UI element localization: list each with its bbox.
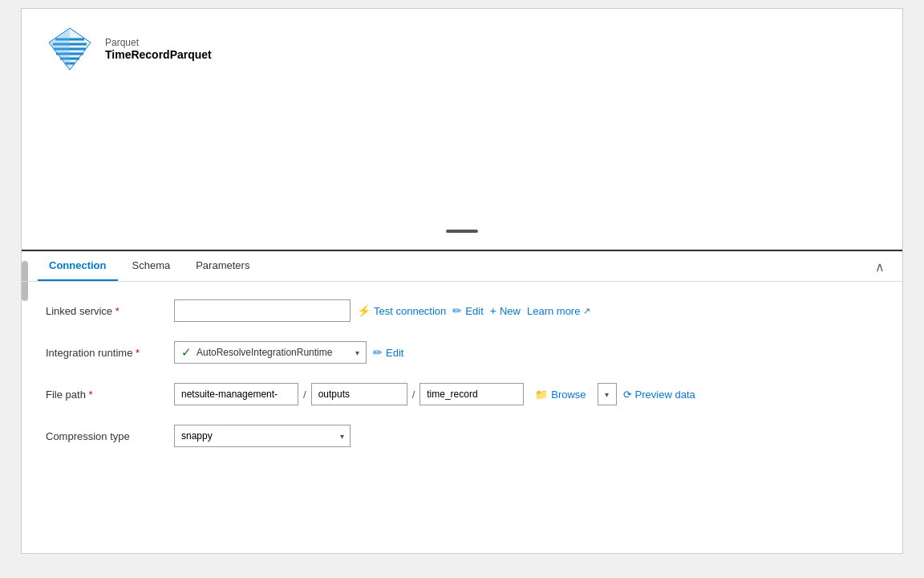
compression-type-select[interactable]: snappy none gzip bzip2 deflate ZipDeflat… [174, 425, 351, 447]
required-star-2: * [136, 347, 140, 359]
new-linked-service-link[interactable]: + New [490, 304, 521, 317]
dataset-header: Parquet TimeRecordParquet [46, 25, 878, 73]
folder-icon: 📁 [535, 389, 548, 401]
tabs-bar: Connection Schema Parameters ∧ [22, 251, 902, 282]
integration-runtime-controls: ✓ AutoResolveIntegrationRuntime ▾ ✏ Edit [174, 341, 403, 364]
dataset-title-block: Parquet TimeRecordParquet [105, 37, 212, 61]
compression-type-label: Compression type [46, 430, 174, 442]
collapse-button[interactable]: ∧ [870, 257, 890, 275]
linked-service-controls: ⚡ Test connection ✏ Edit + New Learn mor… [174, 299, 590, 322]
browse-button[interactable]: 📁 Browse [530, 383, 590, 405]
dataset-type: Parquet [105, 37, 212, 48]
compression-type-controls: snappy none gzip bzip2 deflate ZipDeflat… [174, 425, 351, 447]
compression-select-wrapper: snappy none gzip bzip2 deflate ZipDeflat… [174, 425, 351, 447]
file-path-segment2[interactable] [311, 383, 407, 405]
required-star: * [116, 305, 120, 317]
edit-runtime-link[interactable]: ✏ Edit [373, 346, 403, 359]
plus-icon: + [490, 304, 496, 317]
top-area: Parquet TimeRecordParquet [22, 9, 902, 250]
bottom-panel: Connection Schema Parameters ∧ Linked se… [22, 250, 902, 523]
file-path-segment3[interactable] [419, 383, 524, 405]
integration-runtime-dropdown[interactable]: ✓ AutoResolveIntegrationRuntime ▾ [174, 341, 367, 364]
linked-service-row: Linked service * ⚡ Test connection ✏ Edi… [46, 298, 878, 324]
required-star-3: * [89, 389, 93, 401]
integration-runtime-row: Integration runtime * ✓ AutoResolveInteg… [46, 340, 878, 365]
tab-connection[interactable]: Connection [38, 251, 118, 281]
divider-handle[interactable] [446, 230, 478, 233]
path-sep-1: / [302, 389, 308, 401]
edit-runtime-icon: ✏ [373, 346, 383, 359]
main-container: Parquet TimeRecordParquet Connection Sch… [21, 8, 903, 554]
form-content: Linked service * ⚡ Test connection ✏ Edi… [22, 282, 902, 481]
plug-icon: ⚡ [357, 304, 371, 317]
file-path-label: File path * [46, 389, 174, 401]
preview-icon: ⟳ [623, 389, 632, 401]
linked-service-label: Linked service * [46, 305, 174, 317]
tab-schema[interactable]: Schema [121, 251, 182, 281]
path-sep-2: / [411, 389, 417, 401]
linked-service-input[interactable] [174, 299, 351, 322]
file-path-controls: / / 📁 Browse ▾ ⟳ Preview data [174, 383, 695, 405]
file-path-container: / / [174, 383, 524, 405]
tab-parameters[interactable]: Parameters [184, 251, 261, 281]
test-connection-link[interactable]: ⚡ Test connection [357, 304, 446, 317]
dataset-name: TimeRecordParquet [105, 48, 212, 61]
edit-linked-service-link[interactable]: ✏ Edit [452, 304, 483, 317]
external-link-icon: ↗ [583, 306, 590, 316]
edit-icon: ✏ [452, 304, 462, 317]
dropdown-caret: ▾ [355, 348, 359, 357]
preview-data-link[interactable]: ⟳ Preview data [623, 389, 695, 401]
learn-more-link[interactable]: Learn more ↗ [527, 305, 590, 317]
compression-type-row: Compression type snappy none gzip bzip2 … [46, 423, 878, 449]
file-path-row: File path * / / 📁 Browse ▾ [46, 381, 878, 407]
svg-marker-7 [49, 28, 70, 70]
parquet-icon [46, 25, 94, 73]
integration-runtime-label: Integration runtime * [46, 347, 174, 359]
file-path-segment1[interactable] [174, 383, 298, 405]
browse-dropdown-caret[interactable]: ▾ [598, 383, 617, 405]
check-icon: ✓ [181, 345, 192, 360]
